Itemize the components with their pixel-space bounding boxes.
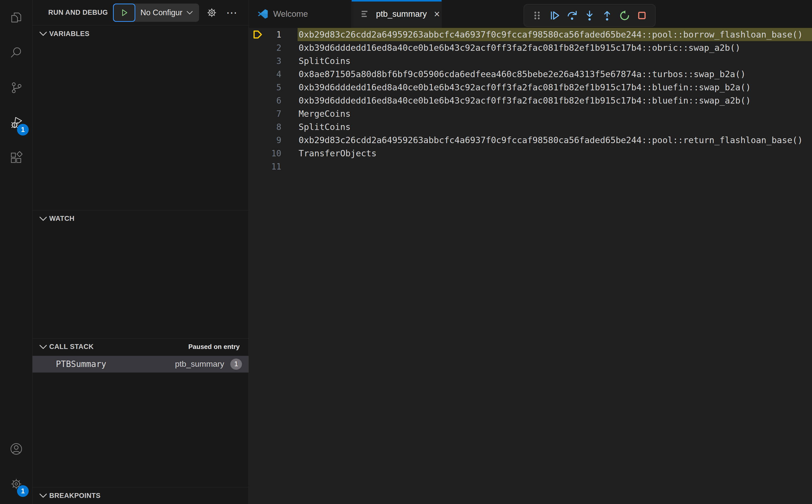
code-editor[interactable]: 1 0xb29d83c26cdd2a64959263abbcfc4a6937f0… [249, 28, 812, 504]
restart-icon[interactable] [618, 9, 631, 22]
code-line[interactable]: 9 0xb29d83c26cdd2a64959263abbcfc4a6937f0… [249, 133, 812, 147]
debug-badge: 1 [17, 124, 29, 136]
call-stack-frame-row[interactable]: PTBSummary ptb_summary 1 [32, 356, 248, 373]
breakpoints-section-header[interactable]: BREAKPOINTS [32, 487, 248, 504]
gutter[interactable]: 1 [249, 28, 297, 41]
start-debugging-button[interactable] [113, 4, 135, 22]
code-text[interactable]: 0xb29d83c26cdd2a64959263abbcfc4a6937f0c9… [297, 133, 812, 147]
line-number: 6 [266, 96, 297, 106]
config-dropdown[interactable]: No Configur [135, 4, 199, 22]
toolbar-drag-grip[interactable] [531, 9, 544, 22]
call-stack-label: CALL STACK [49, 343, 94, 351]
tab-ptb-summary[interactable]: ptb_summary × [352, 0, 442, 28]
call-stack-section-header[interactable]: CALL STACK Paused on entry [32, 339, 248, 355]
line-number: 8 [266, 122, 297, 132]
breakpoint-zone[interactable] [249, 54, 266, 68]
run-and-debug-sidebar: RUN AND DEBUG No Configur ⋯ VARIABLES [32, 0, 249, 504]
code-line[interactable]: 6 0xb39d6dddedd16ed8a40ce0b1e6b43c92acf0… [249, 94, 812, 107]
tab-welcome[interactable]: Welcome [249, 0, 352, 28]
list-file-icon [360, 9, 371, 19]
line-number: 4 [266, 69, 297, 79]
code-line[interactable]: 11 [249, 160, 812, 173]
gutter[interactable]: 10 [249, 147, 297, 160]
config-dropdown-label: No Configur [140, 8, 182, 17]
code-text[interactable]: SplitCoins [297, 120, 812, 133]
run-and-debug-icon[interactable]: 1 [0, 105, 32, 140]
breakpoint-zone[interactable] [249, 68, 266, 81]
code-line[interactable]: 10 TransferObjects [249, 147, 812, 160]
code-text[interactable]: SplitCoins [297, 54, 812, 68]
breakpoint-zone[interactable] [249, 160, 266, 173]
paused-status: Paused on entry [188, 343, 240, 351]
code-text[interactable]: 0x8ae871505a80d8bf6bf9c05906cda6edfeea46… [297, 68, 812, 81]
explorer-icon[interactable] [0, 0, 32, 35]
gutter[interactable]: 6 [249, 94, 297, 107]
chevron-down-icon [39, 343, 47, 351]
source-control-icon[interactable] [0, 70, 32, 105]
line-number: 10 [266, 148, 297, 158]
activity-bar: 1 1 [0, 0, 32, 504]
frame-source: ptb_summary [175, 359, 224, 369]
settings-gear-icon[interactable]: 1 [0, 466, 32, 501]
frame-name: PTBSummary [56, 359, 106, 369]
watch-section-header[interactable]: WATCH [32, 210, 248, 227]
breakpoint-zone[interactable] [249, 120, 266, 133]
chevron-down-icon [39, 215, 47, 223]
chevron-down-icon [39, 30, 47, 38]
code-text[interactable]: 0xb39d6dddedd16ed8a40ce0b1e6b43c92acf0ff… [297, 81, 812, 94]
search-icon[interactable] [0, 35, 32, 70]
debug-toolbar [524, 4, 656, 27]
variables-label: VARIABLES [49, 30, 90, 38]
tab-bar: Welcome ptb_summary × [249, 0, 812, 28]
stop-icon[interactable] [635, 9, 649, 22]
step-out-icon[interactable] [601, 9, 614, 22]
current-frame-arrow-icon[interactable] [249, 28, 266, 41]
code-line[interactable]: 5 0xb39d6dddedd16ed8a40ce0b1e6b43c92acf0… [249, 81, 812, 94]
breakpoint-zone[interactable] [249, 147, 266, 160]
gutter[interactable]: 11 [249, 160, 297, 173]
debug-settings-gear-icon[interactable] [206, 7, 217, 18]
code-text[interactable]: 0xb39d6dddedd16ed8a40ce0b1e6b43c92acf0ff… [297, 94, 812, 107]
code-text[interactable]: TransferObjects [297, 147, 812, 160]
watch-label: WATCH [49, 215, 74, 223]
code-line[interactable]: 3 SplitCoins [249, 54, 812, 68]
gutter[interactable]: 3 [249, 54, 297, 68]
step-over-icon[interactable] [566, 9, 579, 22]
breakpoint-zone[interactable] [249, 94, 266, 107]
code-text[interactable]: 0xb29d83c26cdd2a64959263abbcfc4a6937f0c9… [297, 28, 812, 41]
line-number: 2 [266, 43, 297, 53]
gutter[interactable]: 8 [249, 120, 297, 133]
line-number: 3 [266, 56, 297, 66]
breakpoint-zone[interactable] [249, 133, 266, 147]
more-actions-icon[interactable]: ⋯ [226, 8, 237, 18]
code-text[interactable]: 0xb39d6dddedd16ed8a40ce0b1e6b43c92acf0ff… [297, 41, 812, 54]
frame-badge: 1 [230, 359, 242, 370]
watch-section: WATCH [32, 210, 248, 338]
code-line[interactable]: 8 SplitCoins [249, 120, 812, 133]
breakpoint-zone[interactable] [249, 81, 266, 94]
gutter[interactable]: 2 [249, 41, 297, 54]
breakpoint-zone[interactable] [249, 41, 266, 54]
gutter[interactable]: 4 [249, 68, 297, 81]
code-text[interactable]: MergeCoins [297, 107, 812, 120]
code-line[interactable]: 4 0x8ae871505a80d8bf6bf9c05906cda6edfeea… [249, 68, 812, 81]
breakpoint-zone[interactable] [249, 107, 266, 120]
code-line[interactable]: 7 MergeCoins [249, 107, 812, 120]
code-line[interactable]: 2 0xb39d6dddedd16ed8a40ce0b1e6b43c92acf0… [249, 41, 812, 54]
gutter[interactable]: 5 [249, 81, 297, 94]
line-number: 5 [266, 82, 297, 92]
line-number: 1 [266, 30, 297, 40]
step-into-icon[interactable] [583, 9, 596, 22]
line-number: 7 [266, 109, 297, 119]
code-text[interactable] [297, 160, 812, 173]
gutter[interactable]: 9 [249, 133, 297, 147]
gutter[interactable]: 7 [249, 107, 297, 120]
close-icon[interactable]: × [434, 9, 440, 19]
settings-badge: 1 [17, 485, 29, 497]
continue-icon[interactable] [548, 9, 561, 22]
variables-section-header[interactable]: VARIABLES [32, 25, 248, 42]
sidebar-title: RUN AND DEBUG [48, 9, 108, 16]
extensions-icon[interactable] [0, 140, 32, 175]
account-icon[interactable] [0, 431, 32, 466]
code-line[interactable]: 1 0xb29d83c26cdd2a64959263abbcfc4a6937f0… [249, 28, 812, 41]
